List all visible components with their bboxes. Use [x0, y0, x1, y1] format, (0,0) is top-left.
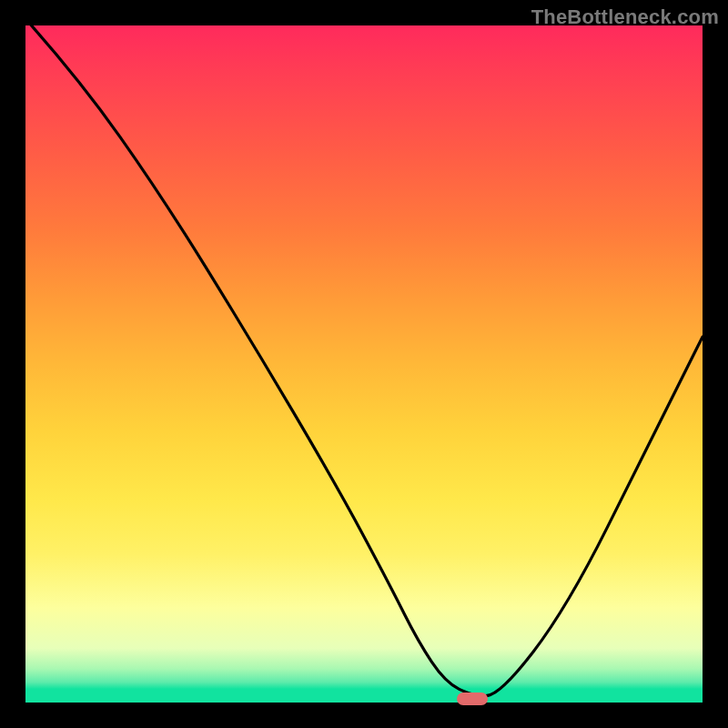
chart-container: TheBottleneck.com [0, 0, 728, 728]
bottleneck-curve [25, 25, 703, 703]
optimal-marker [457, 693, 488, 705]
plot-area [25, 25, 703, 703]
curve-path [25, 25, 703, 696]
